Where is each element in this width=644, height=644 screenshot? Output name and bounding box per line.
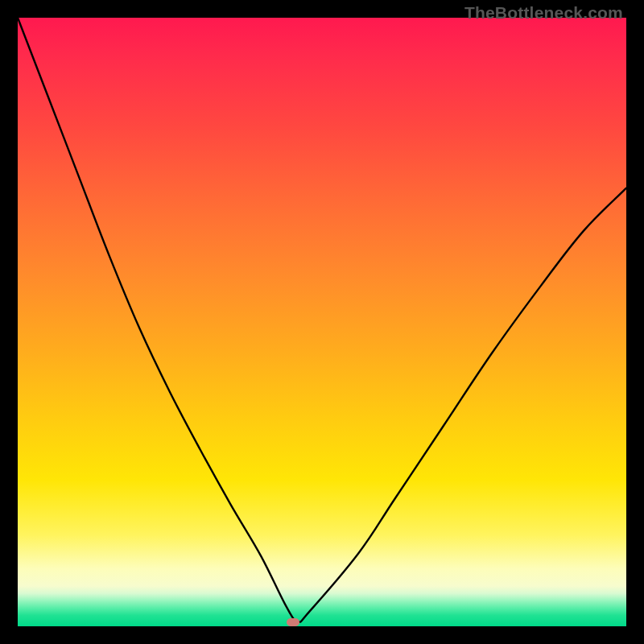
bottleneck-curve (18, 18, 626, 626)
chart-canvas: TheBottleneck.com (0, 0, 644, 644)
minimum-marker (287, 618, 299, 626)
plot-area (18, 18, 626, 626)
curve-path (18, 18, 626, 622)
watermark-label: TheBottleneck.com (464, 3, 623, 23)
